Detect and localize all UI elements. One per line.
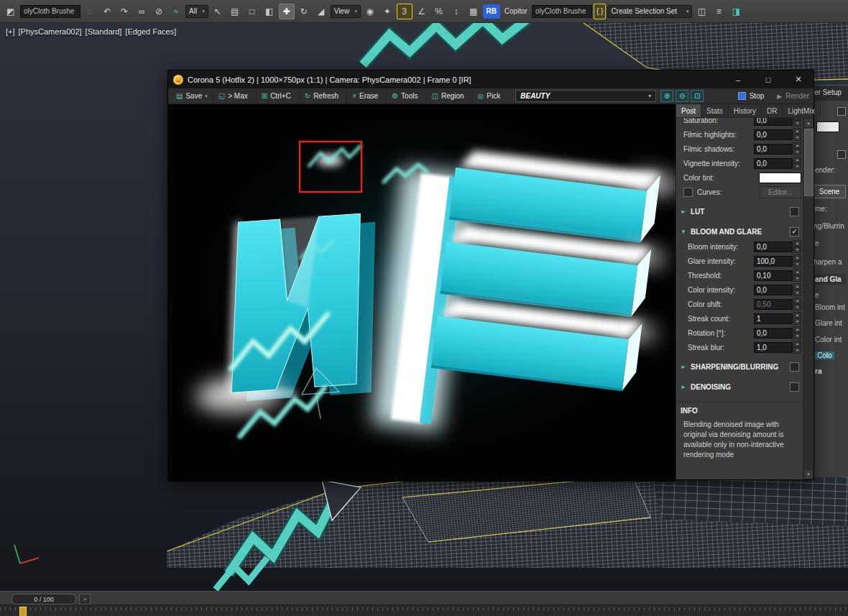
- tab-stats[interactable]: Stats: [701, 104, 729, 117]
- lut-checkbox[interactable]: [790, 207, 799, 216]
- curves-editor-button[interactable]: Editor...: [760, 186, 801, 198]
- spinner[interactable]: ▲ ▼: [793, 283, 801, 296]
- bloom-glare-checkbox[interactable]: ✓: [790, 227, 799, 236]
- select-and-rotate-icon[interactable]: ↻: [296, 4, 312, 19]
- spinner[interactable]: ▲ ▼: [793, 341, 801, 354]
- lut-section-header[interactable]: ► LUT: [676, 203, 803, 219]
- param-color-shift[interactable]: 0,50: [754, 299, 793, 310]
- param-bloom-intensity[interactable]: 0,0: [754, 242, 793, 252]
- render-setup-field-fragment[interactable]: [816, 121, 839, 132]
- curves-checkbox[interactable]: [683, 188, 693, 197]
- param-vignette-intensity[interactable]: 0,0: [754, 158, 793, 169]
- maximize-button[interactable]: □: [753, 70, 783, 88]
- copy-button[interactable]: ⊞ Ctrl+C: [256, 90, 299, 102]
- select-and-link-icon[interactable]: ∞: [134, 4, 149, 19]
- scrollbar-thumb[interactable]: [804, 129, 814, 196]
- erase-button[interactable]: × Erase: [346, 90, 386, 102]
- copitor-macro-button[interactable]: Copitor: [502, 4, 530, 19]
- window-crossing-icon[interactable]: ◧: [262, 4, 277, 19]
- stop-button[interactable]: Stop: [738, 92, 765, 100]
- use-pivot-point-icon[interactable]: ◉: [362, 4, 378, 19]
- bloom-glare-section-header[interactable]: ▼ BLOOM AND GLARE ✓: [676, 224, 803, 239]
- spinner[interactable]: ▲ ▼: [793, 269, 801, 282]
- tab-dr[interactable]: DR: [762, 104, 783, 117]
- named-selection-set-dropdown[interactable]: Create Selection Set ▾: [607, 5, 692, 18]
- rectangular-selection-region-icon[interactable]: □: [244, 4, 260, 19]
- scene-tab-button[interactable]: Scene: [813, 185, 846, 198]
- render-button[interactable]: ▶ Render: [777, 92, 809, 100]
- brace-macro-icon[interactable]: { }: [594, 4, 606, 19]
- sharpening-section-header[interactable]: ► SHARPENING/BLURRING: [676, 359, 803, 374]
- selection-filter-dropdown[interactable]: All ▾: [185, 5, 208, 18]
- scroll-down-icon[interactable]: ▼: [803, 469, 814, 479]
- spinner[interactable]: ▲ ▼: [793, 128, 801, 141]
- tab-history[interactable]: History: [729, 104, 762, 117]
- select-and-manipulate-icon[interactable]: ✦: [379, 4, 395, 19]
- send-to-max-button[interactable]: ◱ > Max: [213, 90, 256, 102]
- soft-brush-icon[interactable]: ◌: [82, 4, 98, 19]
- angle-snap-icon[interactable]: ∠: [414, 4, 430, 19]
- refresh-button[interactable]: ↻ Refresh: [299, 90, 346, 102]
- reference-coordinate-dropdown[interactable]: View ▾: [331, 5, 361, 18]
- pick-button[interactable]: ◎ Pick: [472, 90, 509, 102]
- spinner[interactable]: ▲ ▼: [793, 254, 801, 267]
- param-threshold[interactable]: 0,10: [754, 270, 793, 281]
- tab-post[interactable]: Post: [676, 104, 701, 117]
- viewport-layout-icon[interactable]: ◩: [3, 4, 19, 19]
- edit-named-selection-sets-icon[interactable]: ▦: [466, 4, 481, 19]
- param-saturation[interactable]: 0,0: [754, 118, 793, 126]
- select-and-move-icon[interactable]: ✚: [279, 4, 295, 19]
- tab-lightmix[interactable]: LightMix: [783, 104, 820, 117]
- spinner[interactable]: ▲ ▼: [793, 142, 801, 155]
- render-setup-checkbox-fragment[interactable]: [837, 150, 846, 159]
- unlink-selection-icon[interactable]: ⊘: [151, 4, 167, 19]
- mirror-icon[interactable]: ◫: [693, 4, 709, 19]
- select-and-scale-icon[interactable]: ◢: [313, 4, 329, 19]
- corona-titlebar[interactable]: ☺ Corona 5 (Hotfix 2) | 1000×750px (1:1)…: [168, 70, 814, 88]
- close-button[interactable]: ✕: [783, 70, 814, 88]
- time-slider[interactable]: 0 / 100 >: [0, 591, 848, 605]
- spinner[interactable]: ▲ ▼: [793, 118, 801, 127]
- region-button[interactable]: ◫ Region: [425, 90, 471, 102]
- viewport-menu-pov[interactable]: [PhysCamera002]: [19, 27, 82, 36]
- zoom-in-button[interactable]: ⊕: [660, 90, 673, 102]
- spinner[interactable]: ▲ ▼: [793, 326, 801, 339]
- param-rotation[interactable]: 0,0: [754, 328, 793, 339]
- select-object-icon[interactable]: ↖: [210, 4, 226, 19]
- rb-macro-button[interactable]: RB: [483, 4, 500, 19]
- spinner[interactable]: ▲ ▼: [793, 240, 801, 253]
- spinner[interactable]: ▲ ▼: [793, 298, 801, 311]
- scroll-up-icon[interactable]: ▲: [803, 118, 814, 128]
- minimize-button[interactable]: –: [723, 70, 753, 88]
- percent-snap-icon[interactable]: %: [431, 4, 447, 19]
- tools-button[interactable]: ⚙ Tools: [386, 90, 425, 102]
- render-image-area[interactable]: [168, 104, 676, 482]
- spinner[interactable]: ▲ ▼: [793, 157, 801, 170]
- select-by-name-icon[interactable]: ▤: [227, 4, 243, 19]
- zoom-out-button[interactable]: ⊖: [676, 90, 688, 102]
- sharpening-checkbox[interactable]: [790, 362, 799, 372]
- toggle-scene-explorer-icon[interactable]: ◨: [728, 4, 744, 19]
- denoising-section-header[interactable]: ► DENOISING: [676, 379, 803, 395]
- param-filmic-highlights[interactable]: 0,0: [754, 129, 793, 140]
- track-bar-marker[interactable]: [19, 607, 27, 616]
- param-glare-intensity[interactable]: 100,0: [754, 256, 793, 267]
- undo-icon[interactable]: ↶: [99, 4, 115, 19]
- bind-to-space-warp-icon[interactable]: ≈: [168, 4, 184, 19]
- time-slider-bubble[interactable]: 0 / 100: [11, 594, 76, 604]
- param-streak-count[interactable]: 1: [754, 313, 793, 324]
- next-frame-button[interactable]: >: [79, 594, 91, 604]
- redo-icon[interactable]: ↷: [116, 4, 132, 19]
- render-setup-checkbox-fragment[interactable]: [837, 107, 846, 116]
- spinner[interactable]: ▲ ▼: [793, 312, 801, 325]
- spinner-snap-icon[interactable]: ↕: [448, 4, 464, 19]
- snaps-toggle-3d[interactable]: 3: [397, 4, 413, 19]
- color-tint-swatch[interactable]: [759, 173, 801, 183]
- panel-scrollbar[interactable]: ▲ ▼: [803, 118, 814, 479]
- align-icon[interactable]: ≡: [711, 4, 727, 19]
- viewport-menu-edged[interactable]: [Edged Faces]: [125, 27, 176, 36]
- zoom-1to1-button[interactable]: ⊡: [691, 90, 704, 102]
- viewport-menu-shading[interactable]: [Standard]: [86, 27, 122, 36]
- polycloth-brush-field-left[interactable]: olyCloth Brushe: [20, 5, 80, 18]
- param-color-intensity[interactable]: 0,0: [754, 285, 793, 295]
